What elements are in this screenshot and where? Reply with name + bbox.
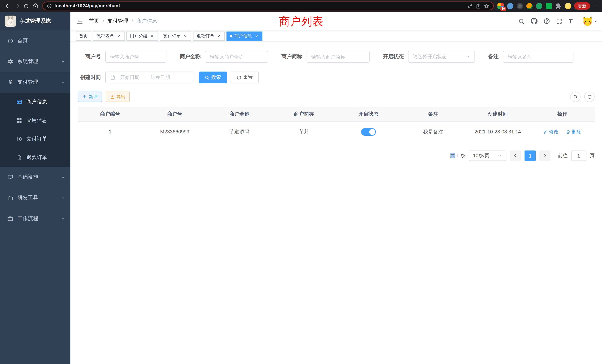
- close-icon[interactable]: ×: [116, 33, 121, 39]
- column-header: 商户简称: [272, 107, 336, 121]
- remark-input[interactable]: [503, 51, 573, 63]
- sidebar-item-label: 研发工具: [17, 195, 57, 201]
- page-unit-label: 页: [590, 152, 595, 159]
- extension-icon-green-square[interactable]: [546, 3, 552, 9]
- sidebar-item-merchant-info[interactable]: 商户信息: [0, 93, 70, 111]
- tab-process-form[interactable]: 流程表单 ×: [93, 31, 125, 41]
- full-name-input[interactable]: [205, 51, 268, 63]
- sidebar-item-refund-order[interactable]: 退款订单: [0, 148, 70, 167]
- column-header: 备注: [401, 107, 466, 121]
- toggle-search-button[interactable]: [570, 92, 580, 102]
- payment-submenu: 商户信息 应用信息 支付订单: [0, 93, 70, 167]
- breadcrumb-payment[interactable]: 支付管理: [108, 18, 128, 24]
- close-icon[interactable]: ×: [216, 33, 221, 39]
- browser-reload-button[interactable]: [22, 1, 31, 11]
- sidebar-item-label: 基础设施: [17, 174, 57, 181]
- browser-forward-button[interactable]: [12, 1, 22, 11]
- bookmark-star-icon[interactable]: [484, 3, 489, 9]
- extension-icon-gray[interactable]: [517, 3, 523, 9]
- sidebar-item-label: 退款订单: [26, 154, 65, 161]
- column-header: 商户号: [142, 107, 207, 121]
- merchant-no-input[interactable]: [105, 51, 166, 63]
- refresh-button[interactable]: [584, 92, 595, 102]
- short-name-input[interactable]: [307, 51, 370, 63]
- user-avatar[interactable]: [582, 16, 593, 27]
- filter-row-2: 创建时间 开始日期 - 结束日期 搜索: [78, 72, 595, 83]
- close-icon[interactable]: ×: [183, 33, 188, 39]
- delete-link[interactable]: 删除: [566, 128, 581, 135]
- create-time-range-picker[interactable]: 开始日期 - 结束日期: [105, 72, 194, 83]
- share-icon[interactable]: [476, 3, 481, 9]
- breadcrumb-separator: /: [103, 18, 104, 24]
- prev-page-button[interactable]: [510, 150, 521, 161]
- sidebar: 芋道管理系统 首页 系统管理: [0, 12, 70, 364]
- browser-home-button[interactable]: [31, 1, 40, 11]
- tab-user-group[interactable]: 用户分组 ×: [126, 31, 158, 41]
- sidebar-item-workflow[interactable]: 工作流程: [0, 208, 70, 229]
- add-button[interactable]: 新增: [78, 92, 102, 102]
- reset-button[interactable]: 重置: [231, 72, 259, 83]
- page-number-button[interactable]: 1: [525, 150, 536, 161]
- close-icon[interactable]: ×: [149, 33, 155, 39]
- top-navbar: 首页 / 支付管理 / 商户信息: [70, 12, 602, 30]
- start-date-placeholder[interactable]: 开始日期: [120, 74, 139, 81]
- close-icon[interactable]: ×: [254, 33, 259, 39]
- status-label: 开启状态: [383, 53, 404, 60]
- table-row: 1 M233666999 芋道源码 芋艿 我是备注 2021-10-23 08:…: [78, 121, 595, 142]
- help-icon[interactable]: [541, 16, 552, 27]
- app-logo-row: 芋道管理系统: [0, 12, 70, 30]
- chevron-up-icon: [61, 80, 65, 85]
- page-content: 商户号 商户全称 商户简称 开启状态 请选择开启状态: [70, 42, 602, 364]
- goto-page-input[interactable]: [571, 150, 586, 161]
- sidebar-item-dev-tools[interactable]: 研发工具: [0, 188, 70, 208]
- sidebar-menu: 首页 系统管理 ¥ 支付管理: [0, 30, 70, 229]
- next-page-button[interactable]: [539, 150, 550, 161]
- chevron-down-icon: [61, 216, 65, 221]
- sidebar-item-label: 支付订单: [26, 136, 65, 142]
- collapse-sidebar-button[interactable]: [70, 12, 89, 30]
- sidebar-item-home[interactable]: 首页: [0, 30, 70, 51]
- browser-profile-avatar[interactable]: [565, 3, 571, 9]
- status-select[interactable]: 请选择开启状态: [408, 51, 475, 63]
- sidebar-item-pay-order[interactable]: 支付订单: [0, 130, 70, 148]
- sidebar-item-app-info[interactable]: 应用信息: [0, 111, 70, 130]
- end-date-placeholder[interactable]: 结束日期: [151, 74, 170, 81]
- sidebar-item-system[interactable]: 系统管理: [0, 51, 70, 72]
- tab-refund-order[interactable]: 退款订单 ×: [193, 31, 225, 41]
- search-button[interactable]: 搜索: [199, 72, 227, 83]
- extension-icon-orange-green[interactable]: [526, 3, 533, 9]
- breadcrumb: 首页 / 支付管理 / 商户信息: [89, 18, 157, 24]
- dashboard-icon: [7, 38, 13, 44]
- cell-remark: 我是备注: [401, 121, 466, 142]
- breadcrumb-home[interactable]: 首页: [89, 18, 99, 24]
- page-size-select[interactable]: 10条/页: [469, 150, 506, 161]
- extension-icon-green-circle[interactable]: [536, 3, 542, 9]
- column-header: 商户编号: [78, 107, 142, 121]
- tab-merchant-info[interactable]: 商户信息 ×: [226, 31, 262, 41]
- page-info-icon[interactable]: [47, 3, 52, 9]
- search-icon[interactable]: [516, 16, 527, 27]
- password-key-icon[interactable]: [467, 3, 473, 9]
- tab-home[interactable]: 首页: [76, 31, 91, 41]
- url-bar[interactable]: localhost:1024/pay/merchant: [42, 1, 494, 10]
- tab-pay-order[interactable]: 支付订单 ×: [160, 31, 191, 41]
- github-icon[interactable]: [529, 16, 540, 27]
- sidebar-item-payment[interactable]: ¥ 支付管理: [0, 72, 70, 93]
- sidebar-item-infrastructure[interactable]: 基础设施: [0, 167, 70, 188]
- browser-menu-icon[interactable]: ⋮: [593, 3, 599, 9]
- extensions-puzzle-icon[interactable]: [555, 3, 562, 9]
- edit-link[interactable]: 修改: [543, 128, 559, 135]
- export-button[interactable]: 导出: [106, 92, 130, 102]
- user-menu[interactable]: ▾: [582, 16, 597, 27]
- extension-icon-blue[interactable]: [507, 3, 513, 9]
- chevron-down-icon: [497, 153, 502, 158]
- fullscreen-icon[interactable]: [554, 16, 565, 27]
- font-size-icon[interactable]: TT: [566, 16, 578, 27]
- extension-icon-colorful[interactable]: 10: [497, 3, 504, 9]
- browser-extensions: 10: [497, 3, 571, 9]
- column-header: 商户全称: [207, 107, 272, 121]
- browser-update-button[interactable]: 更新: [574, 2, 590, 10]
- status-toggle[interactable]: [361, 128, 376, 136]
- browser-back-button[interactable]: [3, 1, 12, 11]
- breadcrumb-separator: /: [132, 18, 133, 24]
